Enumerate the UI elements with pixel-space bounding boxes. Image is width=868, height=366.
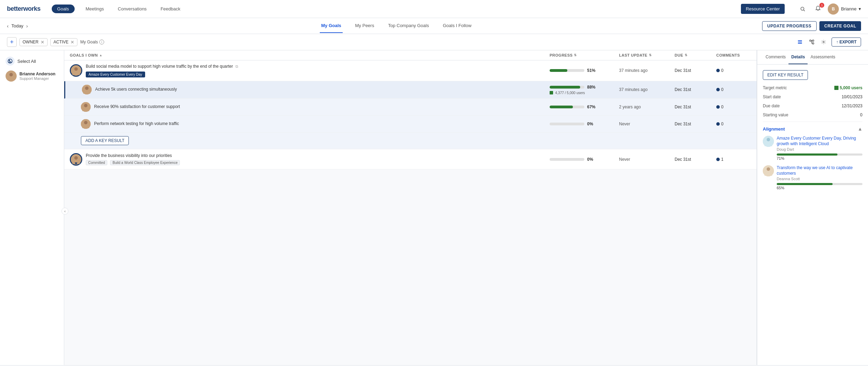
- kr-progress-pct-2: 67%: [587, 105, 598, 109]
- sidebar-person-row[interactable]: Brianne Anderson Support Manager: [0, 68, 64, 84]
- col-due[interactable]: DUE ⇅: [675, 53, 716, 57]
- kr-avatar-1: [82, 85, 92, 94]
- prev-period-button[interactable]: ‹: [7, 23, 9, 29]
- tab-top-company-goals[interactable]: Top Company Goals: [387, 19, 431, 33]
- goal-kr-row-3[interactable]: Perform network testing for high volume …: [64, 116, 757, 133]
- copy-icon[interactable]: ⧉: [235, 64, 238, 68]
- goal-kr-row-1[interactable]: Achieve 5k users connecting simultaneous…: [64, 81, 757, 99]
- edit-key-result-button[interactable]: EDIT KEY RESULT: [763, 70, 808, 80]
- starting-value-value: 0: [860, 113, 862, 117]
- kr-avatar-3: [81, 119, 91, 129]
- user-menu[interactable]: B Brianne ▾: [828, 3, 861, 15]
- export-button[interactable]: ↑ EXPORT: [832, 38, 861, 47]
- list-view-button[interactable]: [795, 37, 805, 47]
- kr-due-3: Dec 31st: [675, 122, 716, 126]
- top-navigation: betterworks Goals Meetings Conversations…: [0, 0, 868, 18]
- kr-progress-pct-3: 0%: [587, 122, 598, 126]
- col-last-update[interactable]: LAST UPDATE ⇅: [619, 53, 675, 57]
- alignment-item-1: Amaze Every Customer Every Day, Driving …: [763, 136, 862, 160]
- settings-view-button[interactable]: [818, 37, 829, 47]
- user-chevron-icon: ▾: [859, 6, 861, 11]
- nav-item-goals[interactable]: Goals: [52, 5, 75, 13]
- build-tag: Build a World Class Employee Experience: [110, 160, 180, 165]
- tab-my-peers[interactable]: My Peers: [354, 19, 376, 33]
- kr-due-2: Dec 31st: [675, 105, 716, 109]
- select-all-label: Select All: [17, 59, 36, 64]
- alignment-section-title: Alignment: [763, 126, 785, 132]
- goal-parent-row-2[interactable]: Provide the business visibility into our…: [64, 150, 757, 169]
- start-date-row: Start date 10/01/2023: [763, 94, 862, 99]
- detail-tab-comments[interactable]: Comments: [763, 50, 788, 64]
- svg-rect-6: [812, 40, 814, 41]
- owner-filter[interactable]: OWNER ✕: [19, 38, 48, 46]
- alignment-name-2[interactable]: Transform the way we use AI to captivate…: [777, 165, 862, 176]
- sort-progress-icon: ⇅: [574, 53, 577, 57]
- nav-item-feedback[interactable]: Feedback: [158, 5, 183, 13]
- alignment-avatar-2: [763, 165, 774, 176]
- goal-text-1: Build social media model to support high…: [86, 64, 238, 77]
- search-button[interactable]: [797, 3, 808, 15]
- detail-tab-details[interactable]: Details: [788, 50, 808, 64]
- nav-item-meetings[interactable]: Meetings: [83, 5, 107, 13]
- svg-rect-4: [798, 43, 802, 44]
- sidebar-avatar: [6, 70, 17, 82]
- add-key-result-button[interactable]: ADD A KEY RESULT: [81, 136, 129, 145]
- add-key-result-section: ADD A KEY RESULT: [64, 133, 757, 149]
- goals-actions: UPDATE PROGRESS CREATE GOAL: [762, 21, 861, 31]
- progress-cell-1: 51%: [550, 68, 619, 73]
- collapse-sidebar-button[interactable]: ‹: [61, 208, 68, 215]
- nav-item-conversations[interactable]: Conversations: [115, 5, 149, 13]
- list-icon: [797, 39, 803, 45]
- update-progress-button[interactable]: UPDATE PROGRESS: [762, 21, 817, 31]
- active-filter[interactable]: ACTIVE ✕: [50, 38, 77, 46]
- progress-pct-1: 51%: [587, 68, 598, 73]
- tab-goals-i-follow[interactable]: Goals I Follow: [441, 19, 473, 33]
- create-goal-button[interactable]: CREATE GOAL: [819, 21, 861, 31]
- detail-content: EDIT KEY RESULT Target metric 5,000 user…: [757, 65, 868, 200]
- starting-value-row: Starting value 0: [763, 113, 862, 117]
- notifications-button[interactable]: 1: [812, 3, 824, 15]
- target-metric-label: Target metric: [763, 85, 787, 90]
- kr-title-cell-2: Receive 90% satisfaction for customer su…: [81, 102, 550, 112]
- secondary-navigation: ‹ Today › My Goals My Peers Top Company …: [0, 18, 868, 34]
- col-comments: COMMENTS: [716, 53, 751, 57]
- metric-icon: [834, 86, 838, 90]
- goal2-comment-dot: [716, 158, 720, 161]
- progress-fill-1: [550, 69, 567, 72]
- svg-rect-5: [810, 40, 811, 41]
- my-goals-info-icon[interactable]: i: [99, 40, 104, 44]
- svg-point-20: [84, 104, 87, 107]
- progress-bar-1: [550, 69, 584, 72]
- target-metric-row: Target metric 5,000 users: [763, 85, 862, 90]
- alignment-name-1[interactable]: Amaze Every Customer Every Day, Driving …: [777, 136, 862, 147]
- add-filter-button[interactable]: +: [7, 37, 17, 47]
- user-name: Brianne: [841, 6, 857, 11]
- detail-tab-assessments[interactable]: Assessments: [808, 50, 838, 64]
- content-area: Goals I own ▲ PROGRESS ⇅ LAST UPDATE ⇅ D…: [64, 50, 757, 365]
- goal-parent-row-1[interactable]: Build social media model to support high…: [64, 60, 757, 81]
- alignment-progress-fill-2: [777, 183, 833, 185]
- view-icons: [795, 37, 829, 47]
- select-all-row[interactable]: Select All: [0, 55, 64, 68]
- active-filter-remove[interactable]: ✕: [70, 40, 74, 45]
- kr-progress-cell-2: 67%: [550, 105, 619, 109]
- kr-progress-detail-1: 4,377 / 5,000 users: [550, 91, 585, 95]
- filter-row: + OWNER ✕ ACTIVE ✕ My Goals i: [0, 34, 868, 50]
- goal-kr-row-2[interactable]: Receive 90% satisfaction for customer su…: [64, 99, 757, 116]
- owner-filter-remove[interactable]: ✕: [41, 40, 44, 45]
- detail-panel: Comments Details Assessments EDIT KEY RE…: [757, 50, 868, 365]
- kr-comments-1: 0: [716, 87, 751, 92]
- tree-view-button[interactable]: [807, 37, 817, 47]
- next-period-button[interactable]: ›: [26, 23, 28, 29]
- col-goals-own[interactable]: Goals I own ▲: [70, 53, 550, 57]
- svg-point-16: [74, 67, 78, 71]
- alignment-progress-bar-1: [777, 153, 862, 156]
- tab-my-goals[interactable]: My Goals: [320, 19, 343, 33]
- date-navigation: ‹ Today ›: [7, 23, 28, 29]
- col-progress[interactable]: PROGRESS ⇅: [550, 53, 619, 57]
- goal2-due: Dec 31st: [675, 157, 716, 162]
- resource-center-button[interactable]: Resource Center: [741, 4, 785, 14]
- alignment-collapse-icon[interactable]: ▲: [858, 126, 862, 132]
- goal2-progress-pct: 0%: [587, 157, 598, 162]
- svg-point-12: [8, 59, 12, 63]
